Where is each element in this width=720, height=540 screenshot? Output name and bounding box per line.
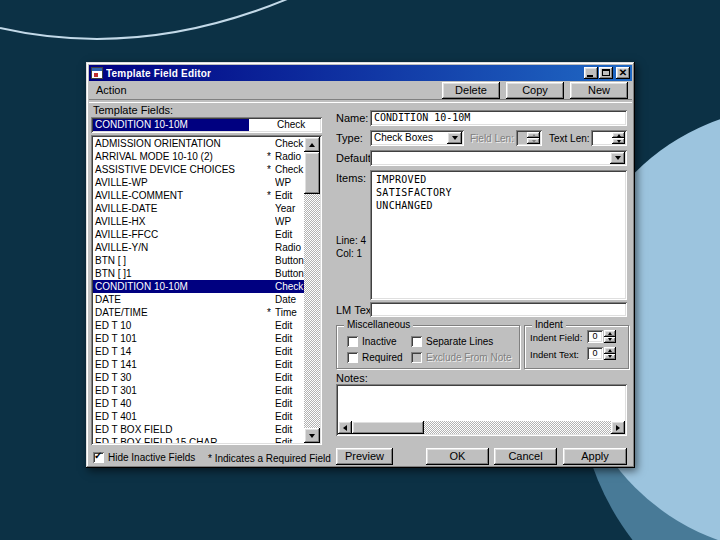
list-item[interactable]: ED T 40 Edit [93,397,304,410]
apply-button[interactable]: Apply [563,448,627,465]
text-len-spinner[interactable] [612,132,625,144]
list-item[interactable]: ADMISSION ORIENTATION Check [93,137,304,150]
new-button[interactable]: New [570,82,628,99]
app-icon[interactable] [91,67,103,79]
close-button[interactable]: ✕ [616,67,630,79]
notes-label: Notes: [336,372,368,384]
list-item[interactable]: DATE/TIME * Time [93,306,304,319]
field-name: ASSISTIVE DEVICE CHOICES [93,163,263,176]
misc-checkbox[interactable]: Separate Lines [411,336,515,347]
list-item[interactable]: AVILLE-FFCC Edit [93,228,304,241]
delete-button[interactable]: Delete [442,82,500,99]
list-item[interactable]: ED T 141 Edit [93,358,304,371]
list-item[interactable]: ED T 30 Edit [93,371,304,384]
scrollbar-thumb[interactable] [352,421,424,434]
list-item[interactable]: ED T BOX FIELD 15 CHAR Edit [93,436,304,443]
title-bar[interactable]: Template Field Editor ✕ [89,65,632,81]
minimize-button[interactable] [584,67,598,79]
required-marker [263,410,275,423]
field-type: Edit [275,436,304,443]
list-item[interactable]: ED T 14 Edit [93,345,304,358]
type-dropdown-button[interactable] [447,132,462,144]
copy-button[interactable]: Copy [506,82,564,99]
indent-field-value[interactable]: 0 [587,330,603,343]
list-item[interactable]: ED T 101 Edit [93,332,304,345]
checkbox-box [347,352,358,363]
indent-text-spinner[interactable] [604,347,616,360]
field-type: Edit [275,384,304,397]
selected-field-name: CONDITION 10-10M [93,119,249,131]
col-indicator: Col: 1 [336,248,362,259]
required-marker [263,358,275,371]
list-item[interactable]: ED T 301 Edit [93,384,304,397]
notes-textarea[interactable] [336,384,627,436]
scroll-right-button[interactable] [611,421,625,434]
list-item[interactable]: BTN [ ] Button [93,254,304,267]
maximize-icon [602,69,610,76]
required-marker [263,371,275,384]
required-marker [263,241,275,254]
indent-field-spinner[interactable] [604,330,616,343]
field-name: BTN [ ]1 [93,267,263,280]
list-item[interactable]: DATE Date [93,293,304,306]
list-item[interactable]: ED T 10 Edit [93,319,304,332]
scroll-up-button[interactable] [304,137,320,152]
list-item[interactable]: ASSISTIVE DEVICE CHOICES * Check [93,163,304,176]
hide-inactive-label: Hide Inactive Fields [108,452,195,463]
required-marker: * [263,306,275,319]
misc-checkbox[interactable]: Exclude From Note [411,352,515,363]
list-item[interactable]: ED T 401 Edit [93,410,304,423]
scroll-left-button[interactable] [338,421,352,434]
list-item[interactable]: ARRIVAL MODE 10-10 (2) * Radio [93,150,304,163]
list-item[interactable]: BTN [ ]1 Button [93,267,304,280]
field-type: Check [275,280,304,293]
field-type: WP [275,176,304,189]
field-type: Button [275,267,304,280]
hide-inactive-checkbox[interactable]: Hide Inactive Fields [93,452,195,463]
preview-button[interactable]: Preview [336,448,393,465]
field-type: Edit [275,189,304,202]
required-marker [263,293,275,306]
selected-field-header[interactable]: CONDITION 10-10M Check [91,117,322,133]
arrow-right-icon [616,425,620,431]
indent-text-value[interactable]: 0 [587,347,603,360]
list-item[interactable]: AVILLE-COMMENT * Edit [93,189,304,202]
field-type: Button [275,254,304,267]
menu-action[interactable]: Action [90,83,133,97]
arrow-left-icon [343,425,347,431]
scroll-down-button[interactable] [304,428,320,443]
type-combobox[interactable]: Check Boxes [370,130,464,146]
maximize-button[interactable] [599,67,613,79]
ok-button[interactable]: OK [426,448,489,465]
spin-down-button[interactable] [604,354,616,361]
field-name: AVILLE-HX [93,215,263,228]
list-item[interactable]: AVILLE-DATE Year [93,202,304,215]
cancel-button[interactable]: Cancel [494,448,557,465]
default-dropdown-button[interactable] [610,152,625,164]
misc-checkbox[interactable]: Required [347,352,411,363]
field-name: ED T 40 [93,397,263,410]
notes-horizontal-scrollbar[interactable] [338,421,625,434]
scrollbar-thumb[interactable] [304,152,320,194]
required-marker [263,397,275,410]
spin-down-button[interactable] [604,337,616,344]
text-len-spinbox[interactable] [591,130,627,146]
list-item[interactable]: CONDITION 10-10M Check [93,280,304,293]
field-name: AVILLE-FFCC [93,228,263,241]
default-label: Default: [336,152,374,164]
name-input[interactable]: CONDITION 10-10M [370,110,627,126]
default-combobox[interactable] [370,150,627,166]
items-textarea[interactable]: IMPROVED SATISFACTORY UNCHANGED [370,170,627,300]
indent-legend: Indent [532,319,566,330]
list-item[interactable]: AVILLE-HX WP [93,215,304,228]
spin-down-button[interactable] [612,138,625,144]
field-name: BTN [ ] [93,254,263,267]
template-fields-listbox: ADMISSION ORIENTATION Check ARRIVAL MODE… [91,135,322,445]
list-item[interactable]: AVILLE-Y/N Radio [93,241,304,254]
lm-text-input[interactable] [370,302,627,317]
list-item[interactable]: AVILLE-WP WP [93,176,304,189]
misc-checkbox[interactable]: Inactive [347,336,411,347]
vertical-scrollbar[interactable] [304,137,320,443]
list-item[interactable]: ED T BOX FIELD Edit [93,423,304,436]
field-type: Edit [275,319,304,332]
